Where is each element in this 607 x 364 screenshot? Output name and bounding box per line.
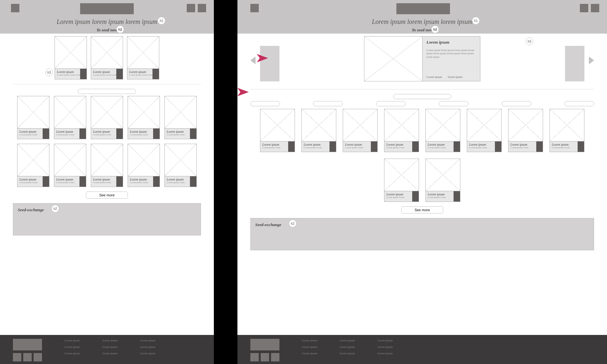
category-pill[interactable] <box>376 101 406 106</box>
grid-card[interactable]: Lorem ipsumLorem ipsum lorem <box>260 109 295 152</box>
annotation-arrow-1 <box>165 53 268 63</box>
grid-card[interactable]: Lorem ipsumLorem ipsum lorem <box>164 96 197 139</box>
footer-link[interactable]: Lorem ipsum <box>140 339 155 342</box>
footer-link[interactable]: Lorem ipsum <box>65 345 80 348</box>
featured-card[interactable]: Lorem ipsumLorem ipsum lorem lorem <box>91 36 123 79</box>
menu-icon[interactable] <box>11 4 19 12</box>
grid-card[interactable]: Lorem ipsumLorem ipsum lorem <box>91 96 123 139</box>
image-placeholder <box>364 36 423 81</box>
page-title: Lorem ipsum lorem ipsum lorem ipsum h1 <box>0 18 214 26</box>
grid-card[interactable]: Lorem ipsumLorem ipsum lorem <box>425 159 460 202</box>
search-pill[interactable] <box>393 94 451 99</box>
header-action-2[interactable] <box>591 4 599 12</box>
footer-link[interactable]: Lorem ipsum <box>140 352 155 355</box>
grid-card[interactable]: Lorem ipsumLorem ipsum lorem <box>549 109 584 152</box>
divider <box>250 89 594 89</box>
header: Lorem ipsum lorem ipsum lorem ipsum h1 T… <box>237 0 607 34</box>
menu-icon[interactable] <box>250 4 259 12</box>
footer-link[interactable]: Lorem ipsum <box>140 345 155 348</box>
logo[interactable] <box>396 3 450 14</box>
wireframe-variant-b: Lorem ipsum lorem ipsum lorem ipsum h1 T… <box>237 0 607 364</box>
footer-logo <box>13 339 42 350</box>
logo[interactable] <box>80 3 134 14</box>
grid-card[interactable]: Lorem ipsumLorem ipsum lorem <box>54 96 86 139</box>
footer-link[interactable]: Lorem ipsum <box>65 339 80 342</box>
product-grid: Lorem ipsumLorem ipsum lorem Lorem ipsum… <box>0 96 214 187</box>
h1-badge: h1 <box>472 17 480 25</box>
page-title: Lorem ipsum lorem ipsum lorem ipsum h1 <box>237 18 607 26</box>
grid-card[interactable]: Lorem ipsumLorem ipsum lorem <box>164 144 197 187</box>
grid-card[interactable]: Lorem ipsumLorem ipsum lorem <box>17 144 49 187</box>
grid-card[interactable]: Lorem ipsumLorem ipsum lorem <box>17 96 49 139</box>
carousel-peek-right <box>565 46 584 81</box>
footer-column: Lorem ipsum Lorem ipsum Lorem ipsum <box>140 339 155 360</box>
card-meta: Lorem ipsum Lorem ipsum lorem lorem <box>55 69 87 79</box>
image-placeholder <box>127 36 159 69</box>
grid-card[interactable]: Lorem ipsumLorem ipsum lorem <box>54 144 86 187</box>
grid-card[interactable]: Lorem ipsumLorem ipsum lorem <box>301 109 336 152</box>
social-icon[interactable] <box>23 353 32 361</box>
grid-card[interactable]: Lorem ipsumLorem ipsum lorem <box>384 109 419 152</box>
featured-card[interactable]: Lorem ipsumLorem ipsum lorem lorem <box>127 36 159 79</box>
social-icon[interactable] <box>34 353 42 361</box>
hero-carousel: Lorem ipsum Lorem ipsum lorem ipsum lore… <box>237 36 607 85</box>
footer-column: Lorem ipsum Lorem ipsum Lorem ipsum <box>102 339 118 360</box>
image-placeholder <box>91 36 123 69</box>
h1-badge: h1 <box>158 17 165 25</box>
h2-badge: h2 <box>289 220 297 227</box>
social-icon[interactable] <box>250 353 259 361</box>
grid-card[interactable]: Lorem ipsumLorem ipsum lorem <box>128 96 160 139</box>
social-icon[interactable] <box>13 353 21 361</box>
header: Lorem ipsum lorem ipsum lorem ipsum h1 T… <box>0 0 214 34</box>
see-more-button[interactable]: See more <box>401 206 443 213</box>
header-action-1[interactable] <box>580 4 588 12</box>
category-pill[interactable] <box>313 101 343 106</box>
seed-exchange-section: Seed-exchange h2 <box>13 203 201 235</box>
category-pill[interactable] <box>564 101 594 106</box>
social-icon[interactable] <box>271 353 279 361</box>
footer-link[interactable]: Lorem ipsum <box>102 345 118 348</box>
image-placeholder <box>55 36 87 69</box>
header-action-2[interactable] <box>198 4 206 12</box>
divider <box>13 84 201 84</box>
h3-badge: h3 <box>45 68 53 76</box>
seed-exchange-section: Seed-exchange h2 <box>250 218 594 250</box>
grid-card[interactable]: Lorem ipsumLorem ipsum lorem <box>467 109 502 152</box>
section-heading-featured: To seed now h2 <box>237 27 607 33</box>
hero-description: Lorem ipsum lorem ipsum lorem ipsum lore… <box>426 49 476 59</box>
footer-column: Lorem ipsum Lorem ipsum Lorem ipsum <box>65 339 80 360</box>
category-pill[interactable] <box>439 101 468 106</box>
h2-badge: h2 <box>431 26 439 33</box>
category-pill[interactable] <box>502 101 531 106</box>
category-pill[interactable] <box>250 101 280 106</box>
grid-card[interactable]: Lorem ipsumLorem ipsum lorem <box>128 144 160 187</box>
card-action-chip[interactable] <box>80 69 87 79</box>
section-heading-featured: To seed now h2 <box>0 27 214 33</box>
h2-badge: h2 <box>51 205 59 213</box>
grid-card[interactable]: Lorem ipsumLorem ipsum lorem <box>425 109 460 152</box>
carousel-next-icon[interactable] <box>589 57 594 64</box>
category-pill-row <box>237 101 607 106</box>
h2-badge: h2 <box>116 26 124 33</box>
footer-logo <box>250 339 279 350</box>
search-pill[interactable] <box>78 89 136 94</box>
carousel-peek-left <box>260 46 279 81</box>
product-grid: Lorem ipsumLorem ipsum lorem Lorem ipsum… <box>237 109 607 202</box>
featured-card[interactable]: Lorem ipsum Lorem ipsum lorem lorem <box>55 36 87 79</box>
grid-card[interactable]: Lorem ipsumLorem ipsum lorem <box>508 109 543 152</box>
grid-card[interactable]: Lorem ipsumLorem ipsum lorem <box>343 109 378 152</box>
footer-link[interactable]: Lorem ipsum <box>102 339 118 342</box>
h3-badge: h3 <box>526 37 533 45</box>
hero-title: Lorem ipsum <box>426 40 476 45</box>
see-more-button[interactable]: See more <box>86 192 128 199</box>
social-icon[interactable] <box>261 353 269 361</box>
filter-row <box>237 94 607 99</box>
grid-card[interactable]: Lorem ipsumLorem ipsum lorem <box>384 159 419 202</box>
footer-link[interactable]: Lorem ipsum <box>102 352 118 355</box>
grid-card[interactable]: Lorem ipsumLorem ipsum lorem <box>91 144 123 187</box>
footer-link[interactable]: Lorem ipsum <box>65 352 80 355</box>
footer: Lorem ipsumLorem ipsumLorem ipsum Lorem … <box>237 335 607 364</box>
hero-card[interactable]: Lorem ipsum Lorem ipsum lorem ipsum lore… <box>364 36 480 81</box>
header-action-1[interactable] <box>187 4 195 12</box>
annotation-arrow-2 <box>152 87 249 97</box>
